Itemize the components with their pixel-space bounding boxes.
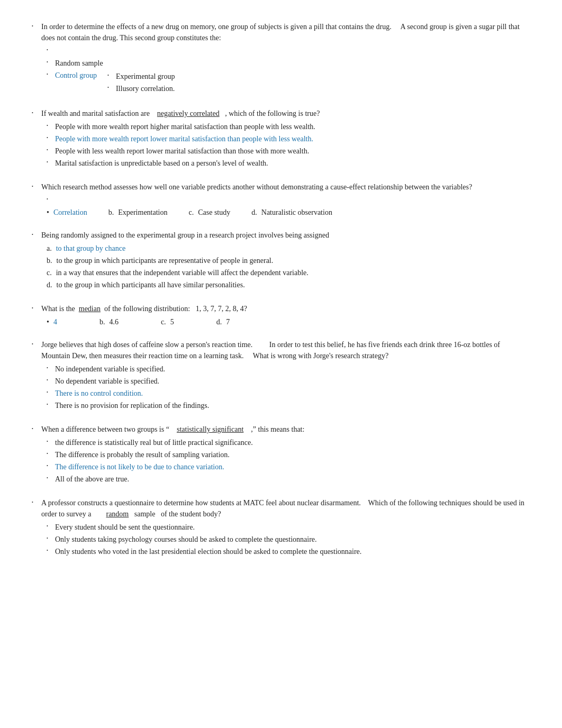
options-list: • Every student should be sent the quest… <box>41 522 530 557</box>
option-d: d. Naturalistic observation <box>251 207 332 218</box>
list-item: • There is no control condition. <box>47 388 530 399</box>
item-text: Only students who voted in the last pres… <box>55 546 361 557</box>
option-text: Correlation <box>53 207 87 218</box>
list-item: • Only students who voted in the last pr… <box>47 546 530 557</box>
question-4: • Being randomly assigned to the experim… <box>32 230 530 292</box>
item-bullet: • <box>47 522 55 530</box>
item-text: to the group in which participants all h… <box>57 279 245 290</box>
question-6: • Jorge believes that high doses of caff… <box>32 339 530 412</box>
question-text: When a difference between two groups is … <box>41 424 530 435</box>
list-item: • The difference is probably the result … <box>47 449 530 460</box>
option-label: c. <box>47 267 52 278</box>
blank-text: random <box>106 510 129 518</box>
list-item: • the difference is statistically real b… <box>47 437 530 448</box>
item-bullet: • <box>47 449 55 457</box>
question-bullet: • <box>32 424 41 432</box>
item-bullet: • <box>47 46 55 53</box>
blank-text: median <box>79 305 101 313</box>
item-bullet: • <box>107 71 116 79</box>
item-text: People with more wealth report lower mar… <box>55 133 313 144</box>
option-label: b. <box>108 207 114 218</box>
item-bullet: • <box>47 195 55 203</box>
item-text: People with more wealth report higher ma… <box>55 121 315 132</box>
option-b: b. 4.6 <box>99 316 119 327</box>
list-item: a. to that group by chance <box>47 243 530 254</box>
option-label: b. <box>47 255 52 266</box>
item-text: in a way that ensures that the independe… <box>56 267 309 278</box>
option-text: Case study <box>198 207 230 218</box>
question-text: A professor constructs a questionnaire t… <box>41 497 530 520</box>
item-bullet: • <box>47 534 55 542</box>
list-item: • Marital satisfaction is unpredictable … <box>47 158 530 169</box>
list-item: • <box>47 195 530 206</box>
item-bullet: • <box>47 70 55 78</box>
options-list: • No independent variable is specified. … <box>41 363 530 411</box>
question-content: Which research method assesses how well … <box>41 181 530 218</box>
list-item: • No independent variable is specified. <box>47 363 530 375</box>
item-bullet: • <box>47 145 55 153</box>
options-list: • the difference is statistically real b… <box>41 437 530 485</box>
item-text: The difference is probably the result of… <box>55 449 230 460</box>
question-bullet: • <box>32 181 41 190</box>
option-label: a. <box>47 243 52 254</box>
option-label: • <box>47 316 49 327</box>
question-1: • In order to determine the effects of a… <box>32 21 530 96</box>
item-text: the difference is statistically real but… <box>55 437 253 448</box>
item-bullet: • <box>47 400 55 408</box>
list-item: b. to the group in which participants ar… <box>47 255 530 266</box>
item-bullet: • <box>47 158 55 166</box>
list-item: • Illusory correlation. <box>107 83 175 94</box>
question-bullet: • <box>32 497 41 506</box>
option-label: c. <box>161 316 166 327</box>
question-text: Jorge believes that high doses of caffei… <box>41 339 530 361</box>
list-item: c. in a way that ensures that the indepe… <box>47 267 530 278</box>
question-content: Jorge believes that high doses of caffei… <box>41 339 530 412</box>
question-text: In order to determine the effects of a n… <box>41 21 530 43</box>
list-item: • People with more wealth report lower m… <box>47 133 530 144</box>
question-bullet: • <box>32 303 41 312</box>
option-text: Naturalistic observation <box>261 207 332 218</box>
list-item: • Only students taking psychology course… <box>47 534 530 545</box>
question-content: What is the median of the following dist… <box>41 303 530 327</box>
option-text: 7 <box>226 316 230 327</box>
list-item: • Control group • Experimental group • I… <box>47 70 530 95</box>
option-c: c. Case study <box>188 207 230 218</box>
item-text: to the group in which participants are r… <box>57 255 274 266</box>
item-bullet: • <box>47 133 55 141</box>
question-7: • When a difference between two groups i… <box>32 424 530 486</box>
item-text: Random sample <box>55 58 103 69</box>
option-c: c. 5 <box>161 316 174 327</box>
item-bullet: • <box>47 437 55 445</box>
option-d: d. 7 <box>216 316 230 327</box>
question-content: If wealth and marital satisfaction are n… <box>41 108 530 170</box>
option-text: 5 <box>170 316 174 327</box>
item-bullet: • <box>47 388 55 396</box>
option-label: d. <box>216 316 222 327</box>
item-text <box>55 195 57 206</box>
inline-options: • Correlation b. Experimentation c. Case… <box>41 207 530 218</box>
question-bullet: • <box>32 21 41 30</box>
blank-text: negatively correlated <box>157 110 220 117</box>
option-b: b. Experimentation <box>108 207 168 218</box>
question-content: In order to determine the effects of a n… <box>41 21 530 96</box>
option-label: • <box>47 207 49 218</box>
item-bullet: • <box>47 474 55 481</box>
option-text: 4.6 <box>109 316 119 327</box>
list-item: • There is no provision for replication … <box>47 400 530 411</box>
item-text: Every student should be sent the questio… <box>55 522 195 533</box>
option-label: d. <box>47 279 52 290</box>
question-text: Which research method assesses how well … <box>41 181 530 193</box>
item-text: The difference is not likely to be due t… <box>55 461 224 472</box>
list-item: • Every student should be sent the quest… <box>47 522 530 533</box>
item-bullet: • <box>107 83 116 91</box>
options-list: • <box>41 195 530 206</box>
item-text: Control group <box>55 70 97 81</box>
options-list: • • Random sample • Control group • Expe… <box>41 46 530 95</box>
question-content: A professor constructs a questionnaire t… <box>41 497 530 558</box>
option-a: • 4 <box>47 316 57 327</box>
question-content: When a difference between two groups is … <box>41 424 530 486</box>
options-list: • People with more wealth report higher … <box>41 121 530 169</box>
item-text: People with less wealth report lower mar… <box>55 145 309 157</box>
question-2: • If wealth and marital satisfaction are… <box>32 108 530 170</box>
question-content: Being randomly assigned to the experimen… <box>41 230 530 292</box>
